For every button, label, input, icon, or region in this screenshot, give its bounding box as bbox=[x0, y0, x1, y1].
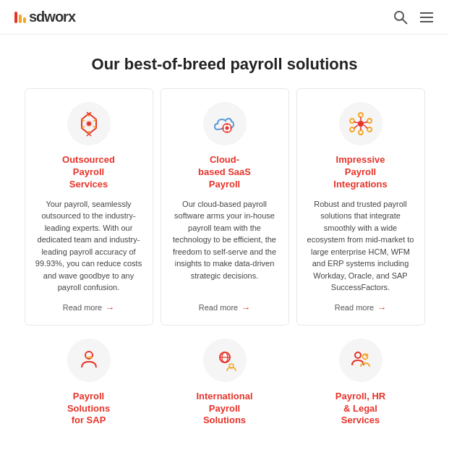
search-icon[interactable] bbox=[393, 9, 409, 25]
bar-red bbox=[14, 12, 17, 23]
bar-orange-tall bbox=[19, 14, 22, 23]
svg-point-0 bbox=[395, 12, 403, 20]
card-sap: Payroll Solutions for SAP bbox=[25, 339, 153, 428]
card-legal: Payroll, HR & Legal Services bbox=[296, 339, 425, 428]
site-header: sdworx bbox=[0, 0, 449, 35]
svg-line-1 bbox=[403, 19, 408, 24]
card-cloud-title: Cloud- based SaaS Payroll bbox=[198, 154, 251, 191]
svg-point-20 bbox=[358, 121, 364, 127]
cards-grid-top: Outsourced Payroll Services Your payroll… bbox=[0, 88, 449, 326]
svg-line-29 bbox=[364, 125, 367, 129]
card-cloud: Cloud- based SaaS Payroll Our cloud-base… bbox=[161, 88, 289, 326]
sap-icon bbox=[76, 347, 102, 373]
card-integrations: Impressive Payroll Integrations Robust a… bbox=[296, 88, 425, 326]
card-sap-title: Payroll Solutions for SAP bbox=[67, 391, 110, 428]
card-outsourced-read-more[interactable]: Read more → bbox=[63, 302, 114, 313]
svg-line-32 bbox=[354, 122, 357, 123]
logo[interactable]: sdworx bbox=[14, 9, 75, 25]
card-integrations-icon-wrap bbox=[339, 102, 382, 145]
international-icon bbox=[212, 347, 238, 373]
svg-point-7 bbox=[87, 122, 91, 126]
read-more-arrow-2: → bbox=[241, 302, 250, 313]
svg-point-24 bbox=[359, 130, 363, 135]
card-integrations-read-more[interactable]: Read more → bbox=[335, 302, 386, 313]
svg-point-15 bbox=[225, 127, 228, 130]
svg-point-21 bbox=[359, 113, 363, 117]
read-more-arrow-3: → bbox=[377, 302, 386, 313]
cards-grid-bottom: Payroll Solutions for SAP International … bbox=[0, 326, 449, 428]
cloud-icon bbox=[212, 111, 238, 137]
logo-bars bbox=[14, 12, 26, 23]
page-title: Our best-of-breed payroll solutions bbox=[0, 35, 449, 88]
card-international: International Payroll Solutions bbox=[161, 339, 289, 428]
card-cloud-read-more[interactable]: Read more → bbox=[199, 302, 250, 313]
legal-icon bbox=[348, 347, 374, 373]
card-outsourced: Outsourced Payroll Services Your payroll… bbox=[25, 88, 153, 326]
integrations-icon bbox=[348, 111, 374, 137]
card-legal-icon-wrap bbox=[339, 339, 382, 382]
card-cloud-icon-wrap bbox=[203, 102, 247, 145]
card-legal-title: Payroll, HR & Legal Services bbox=[335, 391, 385, 428]
svg-point-26 bbox=[350, 119, 354, 123]
outsourced-icon bbox=[76, 111, 102, 137]
card-outsourced-title: Outsourced Payroll Services bbox=[62, 154, 115, 191]
svg-point-22 bbox=[367, 119, 372, 123]
card-integrations-title: Impressive Payroll Integrations bbox=[333, 154, 387, 191]
card-international-icon-wrap bbox=[203, 339, 247, 382]
svg-point-23 bbox=[367, 127, 372, 132]
header-icons bbox=[393, 9, 435, 25]
read-more-arrow: → bbox=[105, 302, 114, 313]
menu-icon[interactable] bbox=[419, 9, 435, 25]
card-outsourced-desc: Your payroll, seamlessly outsourced to t… bbox=[35, 198, 142, 294]
card-outsourced-icon-wrap bbox=[67, 102, 111, 145]
svg-point-39 bbox=[355, 352, 361, 358]
card-international-title: International Payroll Solutions bbox=[196, 391, 252, 428]
card-sap-icon-wrap bbox=[67, 339, 111, 382]
svg-point-25 bbox=[350, 127, 354, 132]
bar-orange-short bbox=[23, 17, 26, 23]
svg-line-31 bbox=[354, 125, 357, 129]
card-cloud-desc: Our cloud-based payroll software arms yo… bbox=[171, 198, 278, 294]
card-integrations-desc: Robust and trusted payroll solutions tha… bbox=[307, 198, 414, 294]
logo-text: sdworx bbox=[29, 9, 75, 25]
svg-line-28 bbox=[364, 122, 367, 123]
